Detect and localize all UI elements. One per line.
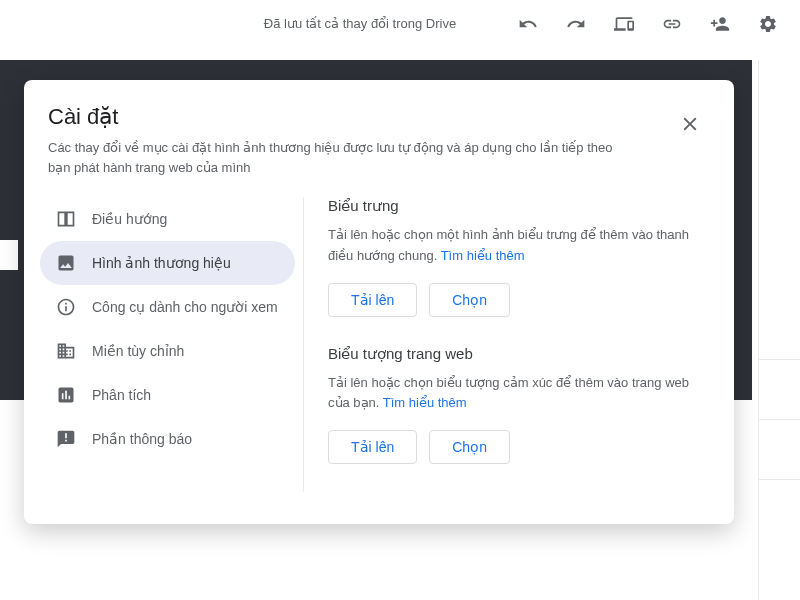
sidebar-item-announcement[interactable]: Phần thông báo xyxy=(40,417,295,461)
sidebar-item-label: Phân tích xyxy=(92,387,151,403)
favicon-choose-button[interactable]: Chọn xyxy=(429,430,510,464)
favicon-upload-button[interactable]: Tải lên xyxy=(328,430,417,464)
save-status: Đã lưu tất cả thay đổi trong Drive xyxy=(212,16,508,31)
side-panel-slot-2[interactable] xyxy=(759,360,800,420)
link-icon xyxy=(662,14,682,34)
side-panel-slot-1[interactable] xyxy=(759,300,800,360)
sidebar-item-analytics[interactable]: Phân tích xyxy=(40,373,295,417)
favicon-learn-more-link[interactable]: Tìm hiểu thêm xyxy=(383,395,467,410)
favicon-title: Biểu tượng trang web xyxy=(328,345,710,363)
logo-desc: Tải lên hoặc chọn một hình ảnh biểu trưn… xyxy=(328,225,710,267)
modal-header: Cài đặt Các thay đổi về mục cài đặt hình… xyxy=(24,104,734,177)
close-button[interactable] xyxy=(670,104,710,144)
logo-upload-button[interactable]: Tải lên xyxy=(328,283,417,317)
logo-section: Biểu trưng Tải lên hoặc chọn một hình ản… xyxy=(328,197,710,317)
undo-button[interactable] xyxy=(508,4,548,44)
info-icon xyxy=(56,297,76,317)
undo-icon xyxy=(518,14,538,34)
sidebar-item-label: Hình ảnh thương hiệu xyxy=(92,255,231,271)
favicon-buttons: Tải lên Chọn xyxy=(328,430,710,464)
right-side-panel xyxy=(758,60,800,600)
sidebar-item-label: Miền tùy chỉnh xyxy=(92,343,184,359)
sidebar-item-label: Phần thông báo xyxy=(92,431,192,447)
announcement-icon xyxy=(56,429,76,449)
side-panel-slot-3[interactable] xyxy=(759,420,800,480)
modal-title: Cài đặt xyxy=(48,104,670,130)
modal-body: Điều hướng Hình ảnh thương hiệu Công cụ … xyxy=(24,197,734,492)
logo-choose-button[interactable]: Chọn xyxy=(429,283,510,317)
modal-title-wrap: Cài đặt Các thay đổi về mục cài đặt hình… xyxy=(48,104,670,177)
devices-icon xyxy=(614,14,634,34)
gear-icon xyxy=(758,14,778,34)
favicon-desc: Tải lên hoặc chọn biểu tượng cảm xúc để … xyxy=(328,373,710,415)
image-icon xyxy=(56,253,76,273)
sidebar-item-brand[interactable]: Hình ảnh thương hiệu xyxy=(40,241,295,285)
sidebar-item-navigation[interactable]: Điều hướng xyxy=(40,197,295,241)
logo-title: Biểu trưng xyxy=(328,197,710,215)
close-icon xyxy=(679,113,701,135)
settings-modal: Cài đặt Các thay đổi về mục cài đặt hình… xyxy=(24,80,734,524)
redo-button[interactable] xyxy=(556,4,596,44)
person-add-icon xyxy=(710,14,730,34)
modal-subtitle: Các thay đổi về mục cài đặt hình ảnh thư… xyxy=(48,138,670,177)
sidebar-item-domain[interactable]: Miền tùy chỉnh xyxy=(40,329,295,373)
link-button[interactable] xyxy=(652,4,692,44)
analytics-icon xyxy=(56,385,76,405)
sidebar-item-label: Công cụ dành cho người xem xyxy=(92,299,278,315)
settings-sidebar: Điều hướng Hình ảnh thương hiệu Công cụ … xyxy=(24,197,304,492)
redo-icon xyxy=(566,14,586,34)
settings-content: Biểu trưng Tải lên hoặc chọn một hình ản… xyxy=(304,197,734,492)
toolbar-actions xyxy=(508,4,788,44)
sidebar-item-label: Điều hướng xyxy=(92,211,167,227)
favicon-section: Biểu tượng trang web Tải lên hoặc chọn b… xyxy=(328,345,710,465)
domain-icon xyxy=(56,341,76,361)
navigation-icon xyxy=(56,209,76,229)
settings-button[interactable] xyxy=(748,4,788,44)
sidebar-item-viewer-tools[interactable]: Công cụ dành cho người xem xyxy=(40,285,295,329)
logo-buttons: Tải lên Chọn xyxy=(328,283,710,317)
share-button[interactable] xyxy=(700,4,740,44)
preview-button[interactable] xyxy=(604,4,644,44)
top-toolbar: Đã lưu tất cả thay đổi trong Drive xyxy=(0,0,800,48)
logo-learn-more-link[interactable]: Tìm hiểu thêm xyxy=(441,248,525,263)
